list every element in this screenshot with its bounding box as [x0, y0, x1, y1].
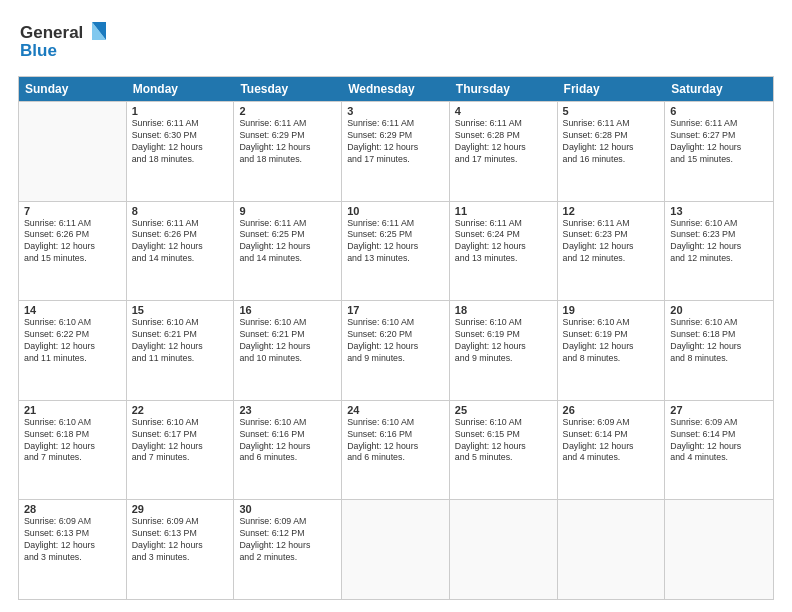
- calendar-cell: [558, 500, 666, 599]
- calendar-cell: 27Sunrise: 6:09 AM Sunset: 6:14 PM Dayli…: [665, 401, 773, 500]
- calendar: SundayMondayTuesdayWednesdayThursdayFrid…: [18, 76, 774, 600]
- calendar-cell: 16Sunrise: 6:10 AM Sunset: 6:21 PM Dayli…: [234, 301, 342, 400]
- calendar-cell: 26Sunrise: 6:09 AM Sunset: 6:14 PM Dayli…: [558, 401, 666, 500]
- calendar-cell: 2Sunrise: 6:11 AM Sunset: 6:29 PM Daylig…: [234, 102, 342, 201]
- calendar-cell: 18Sunrise: 6:10 AM Sunset: 6:19 PM Dayli…: [450, 301, 558, 400]
- day-info: Sunrise: 6:11 AM Sunset: 6:29 PM Dayligh…: [239, 118, 336, 166]
- day-number: 18: [455, 304, 552, 316]
- day-number: 16: [239, 304, 336, 316]
- calendar-row-2: 7Sunrise: 6:11 AM Sunset: 6:26 PM Daylig…: [19, 201, 773, 301]
- day-number: 14: [24, 304, 121, 316]
- day-number: 12: [563, 205, 660, 217]
- calendar-cell: 24Sunrise: 6:10 AM Sunset: 6:16 PM Dayli…: [342, 401, 450, 500]
- day-number: 15: [132, 304, 229, 316]
- day-number: 1: [132, 105, 229, 117]
- header-day-sunday: Sunday: [19, 77, 127, 101]
- calendar-header: SundayMondayTuesdayWednesdayThursdayFrid…: [19, 77, 773, 101]
- day-number: 20: [670, 304, 768, 316]
- day-info: Sunrise: 6:11 AM Sunset: 6:24 PM Dayligh…: [455, 218, 552, 266]
- day-info: Sunrise: 6:10 AM Sunset: 6:18 PM Dayligh…: [670, 317, 768, 365]
- day-number: 29: [132, 503, 229, 515]
- day-number: 27: [670, 404, 768, 416]
- calendar-cell: 29Sunrise: 6:09 AM Sunset: 6:13 PM Dayli…: [127, 500, 235, 599]
- day-info: Sunrise: 6:10 AM Sunset: 6:20 PM Dayligh…: [347, 317, 444, 365]
- calendar-cell: 5Sunrise: 6:11 AM Sunset: 6:28 PM Daylig…: [558, 102, 666, 201]
- day-number: 7: [24, 205, 121, 217]
- day-number: 5: [563, 105, 660, 117]
- day-number: 9: [239, 205, 336, 217]
- calendar-cell: 10Sunrise: 6:11 AM Sunset: 6:25 PM Dayli…: [342, 202, 450, 301]
- header-day-thursday: Thursday: [450, 77, 558, 101]
- calendar-cell: 7Sunrise: 6:11 AM Sunset: 6:26 PM Daylig…: [19, 202, 127, 301]
- day-info: Sunrise: 6:11 AM Sunset: 6:26 PM Dayligh…: [132, 218, 229, 266]
- calendar-cell: 1Sunrise: 6:11 AM Sunset: 6:30 PM Daylig…: [127, 102, 235, 201]
- day-info: Sunrise: 6:10 AM Sunset: 6:15 PM Dayligh…: [455, 417, 552, 465]
- calendar-cell: 20Sunrise: 6:10 AM Sunset: 6:18 PM Dayli…: [665, 301, 773, 400]
- day-number: 26: [563, 404, 660, 416]
- day-info: Sunrise: 6:09 AM Sunset: 6:14 PM Dayligh…: [563, 417, 660, 465]
- day-number: 13: [670, 205, 768, 217]
- day-info: Sunrise: 6:11 AM Sunset: 6:23 PM Dayligh…: [563, 218, 660, 266]
- day-number: 19: [563, 304, 660, 316]
- calendar-cell: 12Sunrise: 6:11 AM Sunset: 6:23 PM Dayli…: [558, 202, 666, 301]
- day-info: Sunrise: 6:10 AM Sunset: 6:19 PM Dayligh…: [455, 317, 552, 365]
- calendar-cell: 4Sunrise: 6:11 AM Sunset: 6:28 PM Daylig…: [450, 102, 558, 201]
- day-number: 11: [455, 205, 552, 217]
- header-day-wednesday: Wednesday: [342, 77, 450, 101]
- day-info: Sunrise: 6:11 AM Sunset: 6:30 PM Dayligh…: [132, 118, 229, 166]
- day-number: 3: [347, 105, 444, 117]
- calendar-cell: 9Sunrise: 6:11 AM Sunset: 6:25 PM Daylig…: [234, 202, 342, 301]
- day-info: Sunrise: 6:11 AM Sunset: 6:25 PM Dayligh…: [239, 218, 336, 266]
- header: General Blue: [18, 18, 774, 66]
- header-day-saturday: Saturday: [665, 77, 773, 101]
- calendar-cell: 30Sunrise: 6:09 AM Sunset: 6:12 PM Dayli…: [234, 500, 342, 599]
- calendar-cell: 19Sunrise: 6:10 AM Sunset: 6:19 PM Dayli…: [558, 301, 666, 400]
- calendar-cell: 21Sunrise: 6:10 AM Sunset: 6:18 PM Dayli…: [19, 401, 127, 500]
- day-info: Sunrise: 6:09 AM Sunset: 6:14 PM Dayligh…: [670, 417, 768, 465]
- logo-text: General Blue: [18, 18, 108, 66]
- calendar-cell: 8Sunrise: 6:11 AM Sunset: 6:26 PM Daylig…: [127, 202, 235, 301]
- svg-text:Blue: Blue: [20, 41, 57, 60]
- calendar-row-1: 1Sunrise: 6:11 AM Sunset: 6:30 PM Daylig…: [19, 101, 773, 201]
- calendar-cell: 13Sunrise: 6:10 AM Sunset: 6:23 PM Dayli…: [665, 202, 773, 301]
- header-day-monday: Monday: [127, 77, 235, 101]
- day-info: Sunrise: 6:10 AM Sunset: 6:19 PM Dayligh…: [563, 317, 660, 365]
- calendar-cell: 14Sunrise: 6:10 AM Sunset: 6:22 PM Dayli…: [19, 301, 127, 400]
- logo: General Blue: [18, 18, 108, 66]
- svg-text:General: General: [20, 23, 83, 42]
- calendar-body: 1Sunrise: 6:11 AM Sunset: 6:30 PM Daylig…: [19, 101, 773, 599]
- day-info: Sunrise: 6:10 AM Sunset: 6:16 PM Dayligh…: [239, 417, 336, 465]
- header-day-friday: Friday: [558, 77, 666, 101]
- header-day-tuesday: Tuesday: [234, 77, 342, 101]
- day-number: 30: [239, 503, 336, 515]
- day-info: Sunrise: 6:10 AM Sunset: 6:21 PM Dayligh…: [132, 317, 229, 365]
- page: General Blue SundayMondayTuesdayWednesda…: [0, 0, 792, 612]
- day-info: Sunrise: 6:09 AM Sunset: 6:13 PM Dayligh…: [132, 516, 229, 564]
- calendar-cell: [19, 102, 127, 201]
- day-info: Sunrise: 6:11 AM Sunset: 6:26 PM Dayligh…: [24, 218, 121, 266]
- day-info: Sunrise: 6:10 AM Sunset: 6:17 PM Dayligh…: [132, 417, 229, 465]
- calendar-cell: [450, 500, 558, 599]
- day-info: Sunrise: 6:10 AM Sunset: 6:22 PM Dayligh…: [24, 317, 121, 365]
- day-info: Sunrise: 6:10 AM Sunset: 6:23 PM Dayligh…: [670, 218, 768, 266]
- day-number: 2: [239, 105, 336, 117]
- day-info: Sunrise: 6:11 AM Sunset: 6:28 PM Dayligh…: [455, 118, 552, 166]
- day-number: 4: [455, 105, 552, 117]
- calendar-cell: 11Sunrise: 6:11 AM Sunset: 6:24 PM Dayli…: [450, 202, 558, 301]
- calendar-row-4: 21Sunrise: 6:10 AM Sunset: 6:18 PM Dayli…: [19, 400, 773, 500]
- calendar-cell: [665, 500, 773, 599]
- day-info: Sunrise: 6:11 AM Sunset: 6:28 PM Dayligh…: [563, 118, 660, 166]
- calendar-cell: 17Sunrise: 6:10 AM Sunset: 6:20 PM Dayli…: [342, 301, 450, 400]
- calendar-cell: 25Sunrise: 6:10 AM Sunset: 6:15 PM Dayli…: [450, 401, 558, 500]
- calendar-row-3: 14Sunrise: 6:10 AM Sunset: 6:22 PM Dayli…: [19, 300, 773, 400]
- day-info: Sunrise: 6:10 AM Sunset: 6:16 PM Dayligh…: [347, 417, 444, 465]
- day-number: 25: [455, 404, 552, 416]
- day-info: Sunrise: 6:11 AM Sunset: 6:29 PM Dayligh…: [347, 118, 444, 166]
- day-info: Sunrise: 6:10 AM Sunset: 6:21 PM Dayligh…: [239, 317, 336, 365]
- day-number: 21: [24, 404, 121, 416]
- calendar-cell: 6Sunrise: 6:11 AM Sunset: 6:27 PM Daylig…: [665, 102, 773, 201]
- day-info: Sunrise: 6:09 AM Sunset: 6:12 PM Dayligh…: [239, 516, 336, 564]
- day-number: 10: [347, 205, 444, 217]
- day-number: 24: [347, 404, 444, 416]
- day-info: Sunrise: 6:10 AM Sunset: 6:18 PM Dayligh…: [24, 417, 121, 465]
